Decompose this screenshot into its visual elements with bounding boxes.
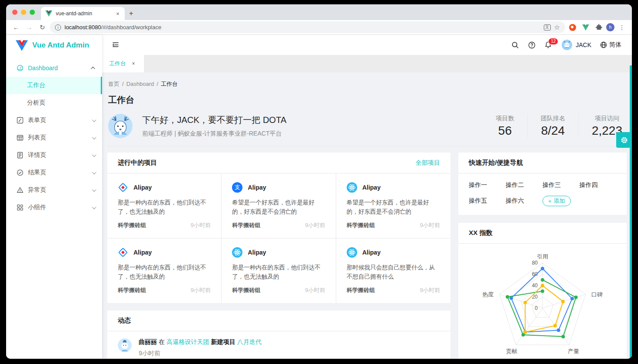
stat-team-rank: 团队排名 8/24 <box>528 115 578 138</box>
stat-label: 项目访问 <box>592 115 622 122</box>
url-path: /#/dashboard/workplace <box>101 24 161 31</box>
project-card[interactable]: Alipay 那时候我只会想自己想要什么，从不想自己拥有什么 科学搬砖组9小时前 <box>336 238 450 303</box>
quicknav-link[interactable]: 操作二 <box>506 181 543 189</box>
reload-icon[interactable] <box>37 22 48 33</box>
project-card[interactable]: Alipay 那是一种内在的东西，他们到达不了，也无法触及的 科学搬砖组9小时前 <box>107 238 222 303</box>
project-card[interactable]: Alipay 那是一种内在的东西，他们到达不了，也无法触及的 科学搬砖组9小时前 <box>222 238 336 303</box>
quicknav-link[interactable]: 操作六 <box>506 197 543 206</box>
index-chart-card: XX 指数 020406080引用口碑产量贡献热度 abc <box>458 223 627 359</box>
page-tab-workplace[interactable]: 工作台 <box>102 55 144 72</box>
address-bar[interactable]: localhost:8080/#/dashboard/workplace <box>50 21 565 33</box>
greeting-subtitle: 前端工程师 | 蚂蚁金服-计算服务事业群-REACT平台 <box>142 130 287 138</box>
svg-text:80: 80 <box>532 260 538 266</box>
quicknav-link[interactable]: 操作一 <box>469 181 506 189</box>
translate-icon[interactable] <box>544 24 551 31</box>
url-host: localhost:8080 <box>65 24 101 31</box>
svg-text:产量: 产量 <box>568 348 579 354</box>
svg-text:0: 0 <box>535 305 538 311</box>
project-name: Alipay <box>248 249 266 256</box>
quicknav-link[interactable]: 操作五 <box>469 197 506 206</box>
maximize-window-icon[interactable] <box>30 10 35 15</box>
alipay-icon <box>232 182 242 193</box>
extensions-puzzle-icon[interactable] <box>593 24 604 31</box>
project-desc: 那是一种内在的东西，他们到达不了，也无法触及的 <box>118 263 211 281</box>
sidebar-item-analysis[interactable]: 分析页 <box>6 94 102 112</box>
breadcrumb-dashboard[interactable]: Dashboard <box>126 81 154 87</box>
theme-settings-button[interactable] <box>616 132 632 148</box>
forward-icon[interactable] <box>24 22 35 33</box>
block-icon <box>17 204 24 211</box>
breadcrumb-home[interactable]: 首页 <box>108 81 119 87</box>
site-info-icon[interactable] <box>55 24 61 31</box>
profile-icon <box>17 152 24 159</box>
project-card[interactable]: Alipay 那是一种内在的东西，他们到达不了，也无法触及的 科学搬砖组9小时前 <box>107 173 222 238</box>
sidebar-item-form[interactable]: 表单页 <box>6 112 102 129</box>
activity-user[interactable]: 曲丽丽 <box>139 338 157 345</box>
dashboard-icon <box>17 65 24 71</box>
add-button-label: 添加 <box>554 197 565 205</box>
browser-profile-avatar[interactable]: h <box>606 23 614 31</box>
quicknav-link[interactable]: 操作四 <box>580 181 617 189</box>
close-page-tab-icon[interactable] <box>130 61 137 67</box>
browser-tab[interactable]: vue-antd-admin <box>41 7 125 20</box>
project-group[interactable]: 科学搬砖组 <box>118 286 146 294</box>
notification-bell-icon[interactable]: 12 <box>541 37 556 52</box>
sidebar-item-result[interactable]: 结果页 <box>6 164 102 181</box>
activity-time: 9小时前 <box>139 350 440 357</box>
add-button[interactable]: 添加 <box>542 196 571 206</box>
app-logo-text: Vue Antd Admin <box>32 41 89 50</box>
activity-target-link[interactable]: 八月迭代 <box>237 338 262 345</box>
page-title: 工作台 <box>108 94 627 106</box>
project-group[interactable]: 科学搬砖组 <box>232 286 260 294</box>
project-group[interactable]: 科学搬砖组 <box>347 286 375 294</box>
all-projects-link[interactable]: 全部项目 <box>416 159 440 167</box>
back-icon[interactable] <box>10 22 22 33</box>
bookmark-star-icon[interactable] <box>554 24 560 31</box>
sidebar-item-list[interactable]: 列表页 <box>6 129 102 146</box>
sidebar-item-label: 列表页 <box>28 134 88 142</box>
sidebar-collapse-icon[interactable] <box>108 37 123 52</box>
project-desc: 那是一种内在的东西，他们到达不了，也无法触及的 <box>232 263 325 281</box>
chevron-down-icon <box>92 187 96 192</box>
sidebar-item-exception[interactable]: 异常页 <box>6 181 102 199</box>
search-icon[interactable] <box>508 37 522 52</box>
antd-icon <box>118 247 128 258</box>
stats-row: 项目数 56 团队排名 8/24 项目访问 2,223 <box>483 114 626 138</box>
chevron-up-icon <box>91 66 95 71</box>
project-group[interactable]: 科学搬砖组 <box>347 221 375 229</box>
minimize-window-icon[interactable] <box>21 10 26 15</box>
quicknav-link[interactable]: 操作三 <box>542 181 580 189</box>
sidebar-item-dashboard[interactable]: Dashboard <box>6 59 102 77</box>
browser-window: vue-antd-admin localhost:8080/#/dashboar… <box>6 4 632 359</box>
new-tab-button[interactable] <box>129 10 133 17</box>
divider <box>107 146 627 146</box>
project-time: 9小时前 <box>420 221 440 229</box>
close-window-icon[interactable] <box>12 10 17 15</box>
language-switcher[interactable]: 简体 <box>597 41 624 49</box>
macos-window-controls[interactable] <box>6 4 41 20</box>
sidebar-item-label: Dashboard <box>28 65 88 71</box>
activity-item: 曲丽丽 在 高逼格设计天团 新建项目 八月迭代 9小时前 <box>107 331 450 359</box>
scrollbar[interactable] <box>630 65 632 359</box>
url-text[interactable]: localhost:8080/#/dashboard/workplace <box>65 24 161 31</box>
app-logo[interactable]: Vue Antd Admin <box>6 35 102 56</box>
close-tab-icon[interactable] <box>114 10 121 17</box>
sidebar-item-detail[interactable]: 详情页 <box>6 146 102 164</box>
project-card[interactable]: Alipay 希望是一个好东西，也许是最好的，好东西是不会消亡的 科学搬砖组9小… <box>336 173 450 238</box>
check-circle-icon <box>17 169 24 176</box>
extension-icon[interactable] <box>567 24 578 31</box>
activity-group-link[interactable]: 高逼格设计天团 <box>167 338 209 345</box>
project-card[interactable]: Alipay 希望是一个好东西，也许是最好的，好东西是不会消亡的 科学搬砖组9小… <box>222 173 336 238</box>
user-avatar <box>562 40 572 50</box>
project-group[interactable]: 科学搬砖组 <box>118 221 146 229</box>
sidebar-item-widgets[interactable]: 小组件 <box>6 199 102 216</box>
browser-tab-title: vue-antd-admin <box>56 10 111 17</box>
user-menu[interactable]: JACK <box>557 40 596 50</box>
browser-menu-icon[interactable] <box>616 22 628 33</box>
plus-icon <box>548 198 552 204</box>
help-icon[interactable] <box>524 37 539 52</box>
project-group[interactable]: 科学搬砖组 <box>232 221 260 229</box>
sidebar-item-workplace[interactable]: 工作台 <box>6 77 102 94</box>
vue-devtools-icon[interactable] <box>580 24 591 31</box>
svg-text:40: 40 <box>532 282 538 289</box>
